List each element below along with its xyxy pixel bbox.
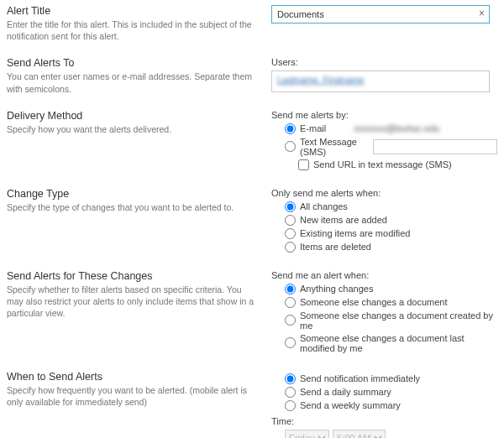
change-type-label: Only send me alerts when:: [271, 188, 497, 198]
ct-all-radio[interactable]: [285, 201, 296, 212]
time-hour-select: 5:00 AM: [333, 430, 386, 438]
alert-title-desc: Enter the title for this alert. This is …: [7, 18, 256, 42]
these-changes-heading: Send Alerts for These Changes: [7, 270, 256, 282]
delivery-sms-input[interactable]: [373, 139, 497, 154]
delivery-heading: Delivery Method: [7, 110, 256, 122]
delivery-sms-url-check[interactable]: [298, 159, 309, 170]
time-day-select: Friday: [285, 430, 329, 438]
wh-weekly-radio[interactable]: [285, 400, 296, 411]
users-label: Users:: [271, 57, 497, 67]
tc-modified-label: Someone else changes a document last mod…: [300, 333, 497, 353]
wh-immediate-label: Send notification immediately: [300, 373, 420, 383]
clear-title-icon[interactable]: ×: [479, 8, 485, 19]
tc-any-radio[interactable]: [285, 284, 296, 295]
users-input[interactable]: Lastname, Firstname: [271, 70, 490, 92]
ct-all-label: All changes: [300, 201, 348, 211]
ct-del-label: Items are deleted: [300, 242, 371, 252]
delivery-sms-label: Text Message (SMS): [300, 137, 369, 157]
ct-del-radio[interactable]: [285, 242, 296, 253]
tc-created-radio[interactable]: [285, 315, 296, 326]
delivery-sms-radio[interactable]: [285, 141, 296, 152]
tc-someone-label: Someone else changes a document: [300, 297, 448, 307]
ct-mod-radio[interactable]: [285, 228, 296, 239]
ct-mod-label: Existing items are modified: [300, 228, 410, 238]
these-changes-desc: Specify whether to filter alerts based o…: [7, 284, 256, 320]
time-label: Time:: [271, 416, 497, 426]
ct-new-radio[interactable]: [285, 215, 296, 226]
these-changes-label: Send me an alert when:: [271, 270, 497, 280]
delivery-email-radio[interactable]: [285, 123, 296, 134]
wh-daily-radio[interactable]: [285, 387, 296, 398]
delivery-label: Send me alerts by:: [271, 110, 497, 120]
when-desc: Specify how frequently you want to be al…: [7, 384, 256, 408]
send-to-desc: You can enter user names or e-mail addre…: [7, 70, 256, 94]
alert-title-heading: Alert Title: [7, 5, 256, 17]
delivery-email-label: E-mail: [300, 123, 326, 133]
delivery-sms-url-label: Send URL in text message (SMS): [313, 159, 452, 169]
tc-someone-radio[interactable]: [285, 297, 296, 308]
user-chip[interactable]: Lastname, Firstname: [277, 75, 364, 85]
delivery-desc: Specify how you want the alerts delivere…: [7, 123, 256, 135]
tc-modified-radio[interactable]: [285, 337, 296, 348]
ct-new-label: New items are added: [300, 215, 387, 225]
delivery-email-value: xxxxxxx@lsuhsc.edu: [354, 123, 439, 133]
send-to-heading: Send Alerts To: [7, 57, 256, 69]
when-heading: When to Send Alerts: [7, 371, 256, 383]
change-type-heading: Change Type: [7, 188, 256, 200]
wh-daily-label: Send a daily summary: [300, 387, 391, 397]
wh-immediate-radio[interactable]: [285, 373, 296, 384]
change-type-desc: Specify the type of changes that you wan…: [7, 201, 256, 213]
wh-weekly-label: Send a weekly summary: [300, 400, 401, 410]
tc-any-label: Anything changes: [300, 284, 373, 294]
alert-title-input[interactable]: [271, 5, 490, 23]
tc-created-label: Someone else changes a document created …: [300, 310, 497, 331]
